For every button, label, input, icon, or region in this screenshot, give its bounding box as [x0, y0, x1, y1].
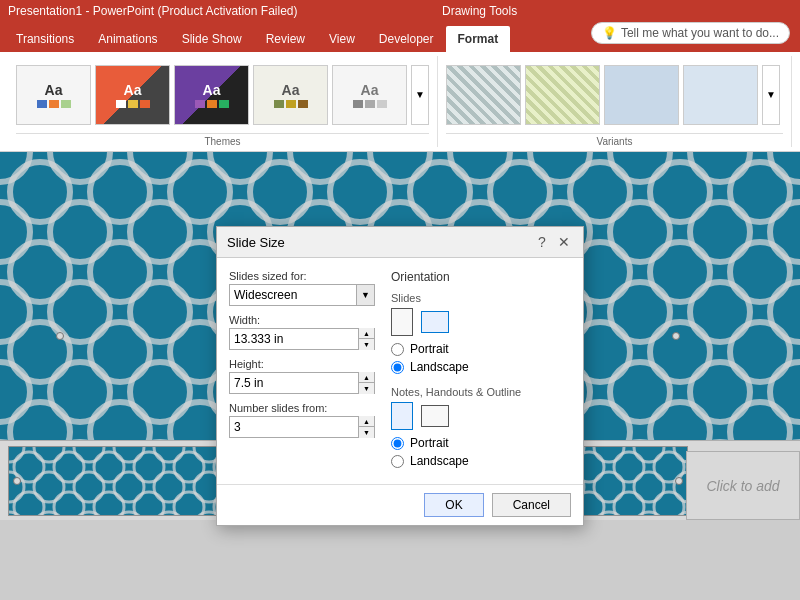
- theme-item-2[interactable]: Aa: [95, 65, 170, 125]
- notes-portrait-radio[interactable]: [391, 437, 404, 450]
- slides-sized-for-label: Slides sized for:: [229, 270, 375, 282]
- slides-landscape-label: Landscape: [410, 360, 469, 374]
- slides-portrait-radio[interactable]: [391, 343, 404, 356]
- ok-button[interactable]: OK: [424, 493, 483, 517]
- slides-orientation-icons: [391, 308, 571, 336]
- width-value: 13.333 in: [230, 332, 358, 346]
- theme-item-4[interactable]: Aa: [253, 65, 328, 125]
- app-title: Presentation1 - PowerPoint (Product Acti…: [8, 4, 297, 18]
- width-increment-btn[interactable]: ▲: [359, 328, 374, 339]
- dialog-title: Slide Size: [227, 235, 285, 250]
- width-spinner[interactable]: 13.333 in ▲ ▼: [229, 328, 375, 350]
- variants-section-label: Variants: [446, 133, 783, 147]
- tab-transitions[interactable]: Transitions: [4, 26, 86, 52]
- variants-section: ▼ Variants: [438, 56, 792, 147]
- lightbulb-icon: 💡: [602, 26, 617, 40]
- tell-me-text: Tell me what you want to do...: [621, 26, 779, 40]
- ribbon-body: Aa Aa: [0, 52, 800, 152]
- height-spinner-buttons: ▲ ▼: [358, 372, 374, 394]
- dialog-body: Slides sized for: Widescreen ▼ Width: 13…: [217, 258, 583, 484]
- dialog-close-button[interactable]: ✕: [555, 233, 573, 251]
- variant-item-1[interactable]: [446, 65, 521, 125]
- slides-landscape-icon: [421, 311, 449, 333]
- notes-orientation-label: Notes, Handouts & Outline: [391, 386, 571, 398]
- notes-landscape-label: Landscape: [410, 454, 469, 468]
- themes-scroll-arrow[interactable]: ▼: [411, 65, 429, 125]
- themes-row: Aa Aa: [16, 56, 429, 133]
- slides-portrait-label: Portrait: [410, 342, 449, 356]
- dialog-left-panel: Slides sized for: Widescreen ▼ Width: 13…: [229, 270, 375, 472]
- number-slides-value: 3: [230, 420, 358, 434]
- dialog-footer: OK Cancel: [217, 484, 583, 525]
- slides-landscape-row: Landscape: [391, 360, 571, 374]
- number-slides-decrement-btn[interactable]: ▼: [359, 427, 374, 438]
- variant-item-3[interactable]: [604, 65, 679, 125]
- tell-me-bar[interactable]: 💡 Tell me what you want to do...: [591, 22, 790, 44]
- slide-size-dialog: Slide Size ? ✕ Slides sized for: Widescr…: [216, 226, 584, 526]
- height-decrement-btn[interactable]: ▼: [359, 383, 374, 394]
- drawing-tools-label: Drawing Tools: [430, 0, 529, 22]
- notes-landscape-icon: [421, 405, 449, 427]
- dialog-right-panel: Orientation Slides Portrait Landscape: [391, 270, 571, 472]
- slides-portrait-icon: [391, 308, 413, 336]
- variants-scroll-arrow[interactable]: ▼: [762, 65, 780, 125]
- notes-orientation-icons: [391, 402, 571, 430]
- tab-developer[interactable]: Developer: [367, 26, 446, 52]
- tab-format[interactable]: Format: [446, 26, 511, 52]
- variant-item-4[interactable]: [683, 65, 758, 125]
- variant-item-2[interactable]: [525, 65, 600, 125]
- width-label: Width:: [229, 314, 375, 326]
- height-increment-btn[interactable]: ▲: [359, 372, 374, 383]
- ribbon-tabs: Transitions Animations Slide Show Review…: [0, 22, 800, 52]
- main-layout: ↻: [0, 152, 800, 600]
- height-value: 7.5 in: [230, 376, 358, 390]
- themes-section-label: Themes: [16, 133, 429, 147]
- notes-portrait-icon: [391, 402, 413, 430]
- theme-item-1[interactable]: Aa: [16, 65, 91, 125]
- themes-section: Aa Aa: [8, 56, 438, 147]
- notes-portrait-label: Portrait: [410, 436, 449, 450]
- number-slides-label: Number slides from:: [229, 402, 375, 414]
- slides-portrait-row: Portrait: [391, 342, 571, 356]
- tab-review[interactable]: Review: [254, 26, 317, 52]
- number-slides-buttons: ▲ ▼: [358, 416, 374, 438]
- tab-animations[interactable]: Animations: [86, 26, 169, 52]
- notes-landscape-row: Landscape: [391, 454, 571, 468]
- tab-view[interactable]: View: [317, 26, 367, 52]
- cancel-button[interactable]: Cancel: [492, 493, 571, 517]
- slides-sized-for-arrow[interactable]: ▼: [356, 285, 374, 305]
- theme-item-5[interactable]: Aa: [332, 65, 407, 125]
- number-slides-increment-btn[interactable]: ▲: [359, 416, 374, 427]
- slides-landscape-radio[interactable]: [391, 361, 404, 374]
- dialog-help-button[interactable]: ?: [533, 233, 551, 251]
- dialog-titlebar-buttons: ? ✕: [533, 233, 573, 251]
- dialog-titlebar: Slide Size ? ✕: [217, 227, 583, 258]
- orientation-label: Orientation: [391, 270, 571, 284]
- dialog-overlay: Slide Size ? ✕ Slides sized for: Widescr…: [0, 152, 800, 600]
- title-bar: Presentation1 - PowerPoint (Product Acti…: [0, 0, 800, 22]
- width-spinner-buttons: ▲ ▼: [358, 328, 374, 350]
- slides-orientation-label: Slides: [391, 292, 571, 304]
- theme-item-3[interactable]: Aa: [174, 65, 249, 125]
- slides-sized-for-value: Widescreen: [230, 288, 356, 302]
- variants-row: ▼: [446, 56, 783, 133]
- tab-slideshow[interactable]: Slide Show: [170, 26, 254, 52]
- notes-landscape-radio[interactable]: [391, 455, 404, 468]
- number-slides-spinner[interactable]: 3 ▲ ▼: [229, 416, 375, 438]
- notes-portrait-row: Portrait: [391, 436, 571, 450]
- height-label: Height:: [229, 358, 375, 370]
- slides-sized-for-dropdown[interactable]: Widescreen ▼: [229, 284, 375, 306]
- width-decrement-btn[interactable]: ▼: [359, 339, 374, 350]
- title-bar-left: Presentation1 - PowerPoint (Product Acti…: [8, 4, 297, 18]
- height-spinner[interactable]: 7.5 in ▲ ▼: [229, 372, 375, 394]
